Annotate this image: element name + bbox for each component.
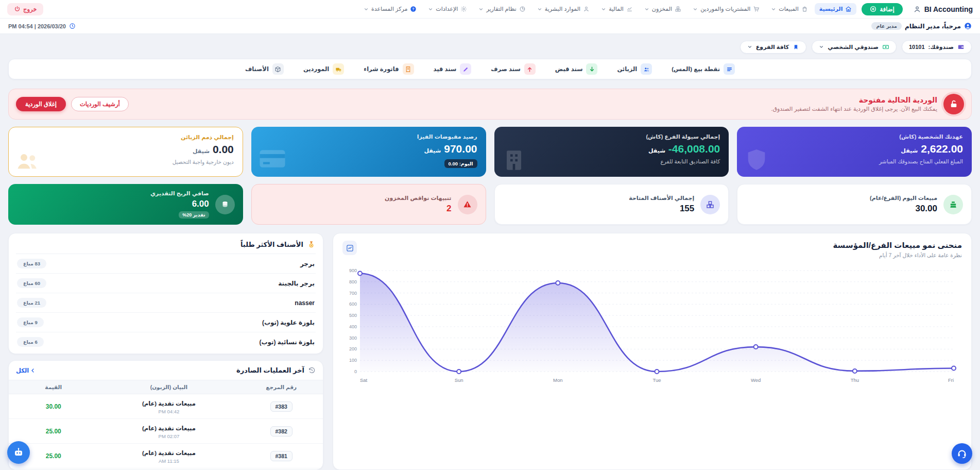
quick-action[interactable]: سند قيد [434, 63, 472, 75]
transaction-row[interactable]: #381 مبيعات نقدية (عام) AM 11:15 25.00 [9, 444, 323, 468]
shift-alert-banner: الوردية الحالية مفتوحة يمكنك البيع الآن.… [8, 89, 972, 120]
transaction-time: PM 02:07 [93, 433, 245, 439]
quick-action[interactable]: الموردين [303, 63, 344, 75]
branches-chip[interactable]: كافة الفروع [740, 41, 806, 54]
svg-text:500: 500 [349, 313, 357, 318]
users-icon [643, 66, 650, 73]
view-all-link[interactable]: الكل [16, 367, 36, 374]
shift-alert-actions: أرشيف الورديات إغلاق الوردية [16, 97, 129, 111]
nav-item-cart[interactable]: المشتريات والموردين [688, 3, 764, 15]
transaction-row[interactable]: #382 مبيعات نقدية (عام) PM 02:07 25.00 [9, 419, 323, 444]
debts-desc: ديون خارجية واجبة التحصيل [18, 159, 234, 165]
liquidity-value-line: 46,008.00- شيقل [503, 143, 720, 155]
net-profit-card: صافي الربح التقديري 6.00 تقدير 20% [8, 184, 243, 225]
col-reference: رقم المرجع [245, 384, 318, 390]
chevron-down-icon [644, 7, 649, 12]
arrow-down-icon [589, 66, 595, 73]
app-logo: BI Accounting [913, 5, 973, 13]
svg-text:Sat: Sat [360, 377, 368, 383]
transaction-description: مبيعات نقدية (عام) [142, 400, 196, 407]
customer-debts-card: إجمالي ذمم الزبائن 0.00 شيقل ديون خارجية… [8, 127, 243, 177]
quick-action[interactable]: سند قبض [555, 63, 598, 75]
close-shift-button[interactable]: إغلاق الوردية [16, 97, 66, 111]
net-profit-label: صافي الربح التقديري [150, 190, 209, 197]
transaction-time: AM 11:15 [93, 458, 245, 464]
pen-icon [462, 66, 469, 73]
chevron-down-icon [819, 44, 824, 49]
add-button[interactable]: إضافة [862, 3, 902, 15]
stats-row-secondary: مبيعات اليوم (الفرع/عام) 30.00 إجمالي ال… [8, 184, 972, 225]
warning-icon [458, 195, 477, 214]
quick-action-label: سند قيد [434, 65, 457, 73]
top-item-name: برجر [300, 260, 315, 267]
svg-text:300: 300 [349, 335, 357, 341]
nav-item-home[interactable]: الرئيسية [815, 3, 857, 15]
my-cashbox-chip[interactable]: صندوقي الشخصي [812, 40, 897, 54]
view-all-label: الكل [16, 367, 29, 374]
chart-subtitle: نظرة عامة على الأداء خلال آخر 7 أيام [833, 252, 962, 258]
items-total-texts: إجمالي الأصناف المتاحة 155 [629, 195, 694, 214]
transactions-rows: #383 مبيعات نقدية (عام) PM 04:42 30.00 #… [9, 394, 323, 470]
sales-today-card: مبيعات اليوم (الفرع/عام) 30.00 [737, 184, 972, 225]
svg-text:400: 400 [349, 324, 357, 329]
nav-item-chart[interactable]: المالية [596, 3, 638, 15]
home-icon [845, 6, 852, 12]
top-item-row: nasser 21 مباع [16, 293, 316, 313]
quick-action[interactable]: الأصناف [245, 63, 284, 75]
bookmark-icon [793, 44, 799, 51]
quick-action[interactable]: الزبائن [617, 63, 652, 75]
items-total-label: إجمالي الأصناف المتاحة [629, 195, 694, 202]
transaction-value: 25.00 [46, 452, 61, 460]
transaction-row[interactable]: #383 مبيعات نقدية (عام) PM 04:42 30.00 [9, 394, 323, 419]
nav-item-boxes[interactable]: المخزون [640, 3, 686, 15]
nav-item-label: مركز المساعدة [371, 6, 407, 12]
add-button-label: إضافة [880, 6, 894, 13]
transaction-desc-block: مبيعات نقدية (عام) AM 11:15 [93, 448, 245, 464]
chart-title: منحنى نمو مبيعات الفرع/المؤسسة [833, 241, 962, 250]
stock-alerts-label: تنبيهات نواقص المخزون [385, 195, 451, 202]
medal-icon [307, 240, 316, 249]
svg-text:900: 900 [349, 268, 357, 273]
top-items-list: برجر 83 مباع برجر بالجبنة 60 مباع nasser… [16, 254, 316, 351]
stats-row-primary: عهدتك الشخصية (كاش) 2,622.00 شيقل المبلغ… [8, 127, 972, 177]
transactions-header: آخر العمليات الصادرة الكل [9, 361, 323, 380]
transaction-value: 30.00 [46, 403, 61, 410]
transaction-time: PM 04:42 [93, 409, 245, 414]
chatbot-button[interactable] [7, 441, 30, 464]
top-items-header: الأصناف الأكثر طلباً [16, 239, 316, 254]
nav-item-pie[interactable]: نظام التقارير [474, 3, 530, 15]
visa-unit: شيقل [424, 147, 441, 154]
shift-archive-button[interactable]: أرشيف الورديات [71, 97, 129, 111]
nav-item-gear[interactable]: الإعدادات [423, 3, 472, 15]
support-button[interactable] [952, 443, 972, 464]
net-profit-estimate-badge: تقدير 20% [179, 211, 209, 219]
quick-action-label: الزبائن [617, 65, 637, 73]
quick-action[interactable]: فاتورة شراء [364, 63, 414, 75]
quick-action[interactable]: نقطة بيع (المس) [672, 63, 735, 75]
nav-item-label: الرئيسية [819, 6, 843, 12]
nav-item-question[interactable]: ? مركز المساعدة [359, 3, 421, 15]
nav-item-label: الإعدادات [436, 6, 458, 12]
top-item-row: بلوزة نسائية (توب) 6 مباع [16, 332, 316, 351]
sales-growth-chart-card: منحنى نمو مبيعات الفرع/المؤسسة نظرة عامة… [333, 233, 972, 470]
cashbox-id-chip[interactable]: صندوقك: 10101 [902, 40, 972, 54]
top-navigation-bar: BI Accounting إضافة الرئيسية المبيعات ال… [0, 0, 980, 19]
chevron-down-icon [771, 7, 776, 12]
net-profit-value: 6.00 [150, 199, 209, 209]
logout-button[interactable]: خروج [7, 3, 43, 15]
sales-today-texts: مبيعات اليوم (الفرع/عام) 30.00 [870, 195, 937, 214]
nav-item-person[interactable]: الموارد البشرية [532, 3, 594, 15]
chart-plot-area: 0100200300400500600700800900SatSunMonTue… [342, 263, 962, 389]
custody-value: 2,622.00 [921, 143, 963, 155]
quick-action[interactable]: سند صرف [491, 63, 535, 75]
nav-item-label: نظام التقارير [486, 6, 516, 12]
cashbox-id-label: صندوقك: [929, 44, 954, 51]
box-icon [274, 66, 281, 73]
logout-label: خروج [23, 6, 37, 13]
chevron-left-icon [30, 367, 36, 374]
items-total-card: إجمالي الأصناف المتاحة 155 [494, 184, 729, 225]
nav-item-bag[interactable]: المبيعات [766, 3, 812, 15]
chart-header: منحنى نمو مبيعات الفرع/المؤسسة نظرة عامة… [342, 241, 962, 258]
cash-register-icon [943, 195, 963, 214]
unlock-icon [949, 99, 958, 109]
